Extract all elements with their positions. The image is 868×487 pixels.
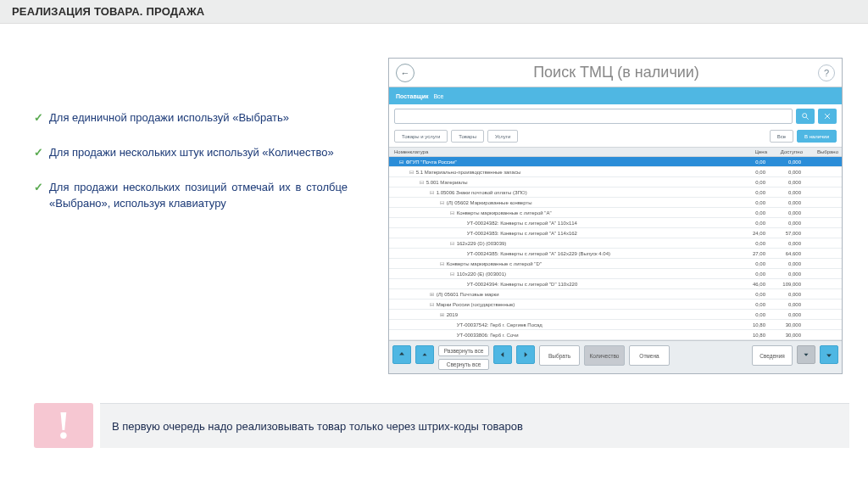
supplier-label: Поставщик	[396, 93, 428, 99]
details-button[interactable]: Сведения	[752, 345, 793, 366]
slide-title: РЕАЛИЗАЦИЯ ТОВАРА. ПРОДАЖА	[0, 0, 868, 24]
row-price: 0,00	[735, 210, 771, 216]
row-available: 30,000	[771, 333, 806, 338]
row-name: ⊟ 162х229 (D) (003039)	[389, 240, 735, 246]
table-row[interactable]: УТ-00037542: Герб г. Сергиев Посад10,803…	[389, 320, 842, 330]
row-available: 57,000	[771, 231, 806, 236]
row-price: 0,00	[735, 292, 771, 297]
scroll-up-button[interactable]	[415, 345, 434, 364]
svg-line-1	[806, 117, 809, 120]
row-price: 0,00	[735, 200, 771, 205]
filter-tabs: Товары и услуги Товары Услуги Все В нали…	[389, 128, 842, 148]
prev-button[interactable]	[493, 345, 512, 364]
row-price: 0,00	[735, 271, 771, 277]
close-icon	[823, 112, 832, 120]
row-name: ⊟ Марки России (государственные)	[389, 301, 735, 307]
table-row[interactable]: ⊟ Марки России (государственные)0,000,00…	[389, 299, 842, 310]
tab-goods-services[interactable]: Товары и услуги	[394, 130, 448, 143]
clear-button[interactable]	[818, 109, 837, 124]
supplier-value[interactable]: Все	[433, 93, 443, 99]
table-row[interactable]: УТ-00024382: Конверты с литерой "А" 110х…	[389, 218, 842, 228]
row-available: 64,600	[771, 251, 806, 256]
help-button[interactable]: ?	[818, 64, 835, 81]
row-available: 0,000	[771, 200, 806, 205]
table-row[interactable]: УТ-00024394: Конверты с литерой "D" 110х…	[389, 279, 842, 289]
row-name: ⊟ (Л) 05602 Маркированные конверты	[389, 199, 735, 205]
row-available: 109,000	[771, 282, 806, 287]
row-name: ⊟ 1.05006 Знаки почтовой оплаты (ЗПО)	[389, 189, 735, 195]
table-row[interactable]: ⊟ Конверты маркированные с литерой "D"0,…	[389, 259, 842, 269]
col-name[interactable]: Номенклатура	[389, 148, 735, 156]
search-button[interactable]	[796, 109, 815, 124]
cancel-button[interactable]: Отмена	[629, 345, 670, 366]
row-price: 27,00	[735, 251, 771, 256]
back-button[interactable]: ←	[396, 64, 415, 82]
row-name: ⊟ 5.001 Материалы	[389, 179, 735, 185]
col-selected[interactable]: Выбрано	[806, 148, 842, 156]
search-row	[389, 104, 842, 128]
row-available: 0,000	[771, 190, 806, 195]
table-row[interactable]: ⊟ 5.001 Материалы0,000,000	[389, 177, 842, 188]
row-name: ⊟ Конверты маркированные с литерой "D"	[389, 260, 735, 266]
bullet-text: Для продажи нескольких штук используй «К…	[49, 145, 348, 161]
row-price: 0,00	[735, 241, 771, 246]
app-window: ← Поиск ТМЦ (в наличии) ? Поставщик Все …	[388, 58, 843, 374]
table-row[interactable]: УТ-00024385: Конверты с литерой "А" 162х…	[389, 249, 842, 259]
table-row[interactable]: ⊟ 1.05006 Знаки почтовой оплаты (ЗПО)0,0…	[389, 188, 842, 198]
quantity-button[interactable]: Количество	[584, 345, 625, 366]
row-price: 10,80	[735, 333, 771, 338]
bullet-text: Для единичной продажи используй «Выбрать…	[49, 110, 348, 126]
table-row[interactable]: УТ-00033806: Герб г. Сочи10,8030,000	[389, 330, 842, 340]
scroll-down-button[interactable]	[797, 345, 815, 364]
table-row[interactable]: ⊞ 20190,000,000	[389, 310, 842, 320]
table-row[interactable]: УТ-00024383: Конверты с литерой "А" 114х…	[389, 228, 842, 238]
grid-body: ⊟ ФГУП "Почта России"0,000,000⊟ 5.1 Мате…	[389, 157, 842, 340]
search-icon	[801, 112, 810, 120]
row-available: 0,000	[771, 241, 806, 246]
collapse-all-button[interactable]: Свернуть все	[438, 359, 489, 370]
scroll-top-button[interactable]	[392, 345, 411, 364]
row-available: 0,000	[771, 292, 806, 297]
tab-services[interactable]: Услуги	[487, 130, 518, 143]
row-name: ⊞ 2019	[389, 311, 735, 317]
next-button[interactable]	[516, 345, 535, 364]
row-available: 0,000	[771, 271, 806, 277]
row-price: 0,00	[735, 221, 771, 226]
tab-in-stock[interactable]: В наличии	[797, 130, 837, 143]
table-row[interactable]: ⊟ 5.1 Материально-производственные запас…	[389, 167, 842, 177]
row-available: 0,000	[771, 160, 806, 165]
col-price[interactable]: Цена	[735, 148, 771, 156]
tab-all[interactable]: Все	[770, 130, 793, 143]
tab-goods[interactable]: Товары	[451, 130, 484, 143]
expand-all-button[interactable]: Развернуть все	[438, 345, 489, 356]
row-price: 0,00	[735, 180, 771, 185]
row-available: 30,000	[771, 322, 806, 327]
row-price: 0,00	[735, 170, 771, 175]
row-name: УТ-00033806: Герб г. Сочи	[389, 333, 735, 338]
bottom-toolbar: Развернуть все Свернуть все Выбрать Коли…	[389, 340, 842, 373]
row-name: УТ-00024394: Конверты с литерой "D" 110х…	[389, 282, 735, 287]
scroll-bottom-button[interactable]	[820, 345, 838, 364]
row-price: 0,00	[735, 312, 771, 317]
titlebar: ← Поиск ТМЦ (в наличии) ?	[389, 59, 842, 87]
row-name: ⊟ 5.1 Материально-производственные запас…	[389, 169, 735, 175]
row-name: ⊞ (Л) 05601 Почтовые марки	[389, 291, 735, 297]
table-row[interactable]: ⊟ 110х220 (Е) (003001)0,000,000	[389, 269, 842, 279]
window-title: Поиск ТМЦ (в наличии)	[415, 64, 818, 81]
bullet-text: Для продажи нескольких позиций отмечай и…	[49, 180, 348, 212]
table-row[interactable]: ⊞ (Л) 05601 Почтовые марки0,000,000	[389, 289, 842, 299]
col-available[interactable]: Доступно	[771, 148, 806, 156]
row-price: 10,80	[735, 322, 771, 327]
row-price: 46,00	[735, 282, 771, 287]
row-available: 0,000	[771, 312, 806, 317]
row-available: 0,000	[771, 170, 806, 175]
table-row[interactable]: ⊟ Конверты маркированные с литерой "А"0,…	[389, 208, 842, 218]
check-icon: ✓	[34, 110, 49, 126]
table-row[interactable]: ⊟ 162х229 (D) (003039)0,000,000	[389, 238, 842, 249]
table-row[interactable]: ⊟ (Л) 05602 Маркированные конверты0,000,…	[389, 198, 842, 208]
row-available: 0,000	[771, 180, 806, 185]
table-row[interactable]: ⊟ ФГУП "Почта России"0,000,000	[389, 157, 842, 167]
row-available: 0,000	[771, 221, 806, 226]
search-input[interactable]	[394, 109, 793, 124]
select-button[interactable]: Выбрать	[539, 345, 580, 366]
